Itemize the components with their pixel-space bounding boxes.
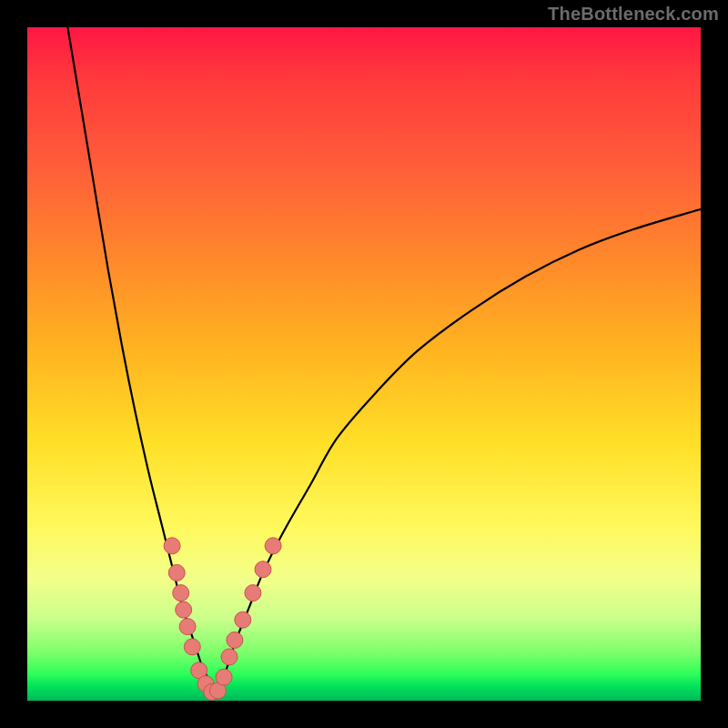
data-marker — [173, 585, 189, 602]
chart-frame: TheBottleneck.com — [0, 0, 728, 728]
data-marker — [221, 649, 238, 665]
data-marker — [227, 632, 243, 648]
chart-svg — [27, 27, 701, 701]
data-marker — [265, 538, 281, 554]
data-marker — [164, 538, 180, 554]
watermark-text: TheBottleneck.com — [548, 4, 719, 25]
data-markers — [164, 538, 281, 701]
data-marker — [255, 561, 271, 578]
data-marker — [245, 585, 261, 602]
plot-area — [27, 27, 701, 701]
data-marker — [184, 639, 200, 655]
data-marker — [179, 619, 196, 635]
data-marker — [216, 669, 232, 685]
right-branch-curve — [216, 209, 701, 694]
data-marker — [235, 612, 251, 628]
data-marker — [176, 602, 192, 618]
data-marker — [168, 564, 185, 581]
left-branch-curve — [67, 27, 216, 694]
